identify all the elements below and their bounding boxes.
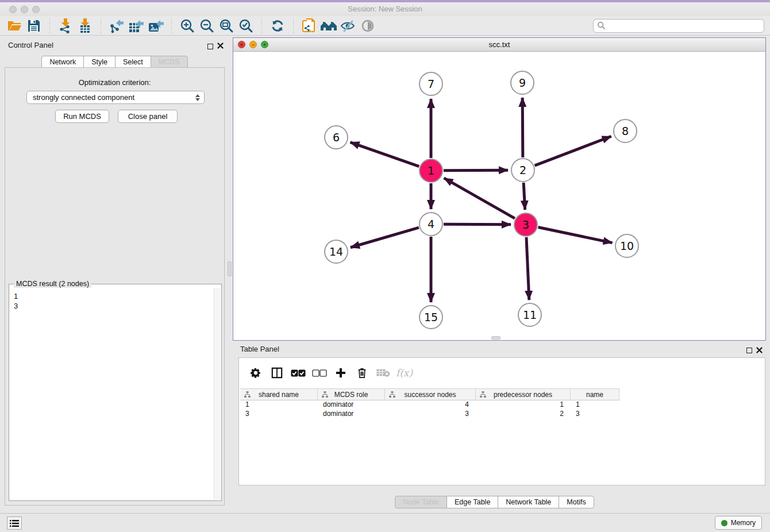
open-session-icon[interactable] — [5, 17, 24, 34]
mcds-result-list[interactable]: 13 — [9, 288, 214, 500]
tab-network[interactable]: Network — [41, 56, 84, 68]
unselect-all-icon[interactable] — [309, 364, 330, 381]
import-table-icon[interactable] — [75, 17, 95, 34]
graph-node-11[interactable]: 11 — [518, 303, 542, 327]
function-builder-icon[interactable]: f(x) — [394, 364, 415, 381]
window-titlebar: Session: New Session — [0, 2, 770, 17]
hide-graphics-details-icon[interactable] — [338, 17, 358, 34]
add-row-icon[interactable] — [330, 364, 351, 381]
table-cell: 1 — [240, 400, 318, 409]
mcds-result-item: 3 — [14, 301, 214, 311]
graph-node-2[interactable]: 2 — [511, 158, 535, 182]
delete-row-icon[interactable] — [351, 364, 372, 381]
zoom-in-icon[interactable] — [178, 17, 197, 34]
graph-node-10[interactable]: 10 — [615, 234, 639, 258]
graph-node-1[interactable]: 1 — [419, 159, 443, 183]
graph-node-6[interactable]: 6 — [324, 125, 348, 149]
graph-node-8[interactable]: 8 — [613, 119, 637, 143]
canvas-hscroll-thumb[interactable] — [491, 336, 500, 340]
graph-edge-3-11[interactable] — [526, 237, 529, 300]
table-header: shared nameMCDS rolesuccessor nodesprede… — [240, 388, 619, 400]
graph-edge-2-8[interactable] — [535, 136, 611, 165]
criterion-select[interactable]: strongly connected component — [26, 91, 205, 104]
tab-network-table[interactable]: Network Table — [498, 496, 559, 508]
graph-edge-2-9[interactable] — [522, 98, 523, 157]
graph-node-4[interactable]: 4 — [419, 212, 443, 236]
network-frame-titlebar[interactable]: × − + scc.txt — [233, 38, 765, 52]
export-table-icon[interactable] — [126, 17, 146, 34]
result-scrollbar[interactable] — [214, 288, 221, 500]
graph-node-15[interactable]: 15 — [419, 305, 443, 329]
show-column-icon[interactable] — [266, 364, 287, 381]
graph-edge-4-14[interactable] — [351, 228, 419, 248]
search-input[interactable] — [606, 20, 764, 32]
close-table-panel-icon[interactable] — [756, 345, 763, 356]
show-graphics-details-icon[interactable] — [358, 17, 378, 34]
graph-edge-3-10[interactable] — [538, 228, 613, 243]
tab-style[interactable]: Style — [83, 56, 116, 68]
search-icon — [597, 21, 606, 30]
table-cell: 3 — [571, 409, 619, 418]
table-settings-icon[interactable] — [245, 364, 266, 381]
tab-motifs[interactable]: Motifs — [559, 496, 594, 508]
graph-node-14[interactable]: 14 — [324, 240, 348, 264]
toolbar-separator — [261, 18, 262, 33]
table-cell: 1 — [571, 400, 619, 409]
home-layout-icon[interactable] — [319, 17, 338, 34]
clone-network-icon[interactable] — [299, 17, 319, 34]
delete-table-icon[interactable] — [372, 364, 394, 381]
control-panel-title: Control Panel — [8, 41, 53, 49]
table-cell: 2 — [476, 409, 571, 418]
column-header-predecessor-nodes[interactable]: predecessor nodes — [476, 389, 571, 400]
zoom-out-icon[interactable] — [197, 17, 217, 34]
tab-edge-table[interactable]: Edge Table — [446, 496, 498, 508]
status-bar: Memory — [0, 513, 770, 532]
refresh-icon[interactable] — [268, 17, 287, 34]
mcds-result-title: MCDS result (2 nodes) — [14, 280, 91, 288]
graph-edge-1-6[interactable] — [351, 142, 419, 167]
tab-select[interactable]: Select — [115, 56, 151, 68]
graph-node-3[interactable]: 3 — [514, 213, 538, 237]
main-toolbar — [0, 16, 770, 36]
float-table-panel-icon[interactable] — [746, 345, 752, 356]
graph-edge-1-2[interactable] — [444, 170, 508, 171]
tab-mcds[interactable]: MCDS — [151, 56, 188, 68]
graph-node-9[interactable]: 9 — [510, 71, 534, 95]
import-network-icon[interactable] — [56, 17, 75, 34]
table-cell: 3 — [385, 409, 476, 418]
column-header-name[interactable]: name — [571, 389, 619, 400]
close-panel-icon[interactable] — [217, 41, 224, 51]
column-header-MCDS-role[interactable]: MCDS role — [318, 389, 385, 400]
criterion-value: strongly connected component — [33, 93, 134, 102]
float-panel-icon[interactable] — [207, 41, 213, 52]
table-row[interactable]: 3dominator323 — [240, 409, 619, 418]
export-network-icon[interactable] — [107, 17, 126, 34]
table-rows: 1dominator4113dominator323 — [240, 400, 619, 418]
column-header-successor-nodes[interactable]: successor nodes — [385, 389, 476, 400]
network-canvas[interactable]: 1234678910111415 — [233, 52, 765, 340]
mcds-panel: Optimization criterion: strongly connect… — [5, 67, 225, 506]
zoom-fit-icon[interactable] — [217, 17, 236, 34]
save-session-icon[interactable] — [24, 17, 44, 34]
graph-edge-4-3[interactable] — [444, 224, 511, 225]
close-panel-button[interactable]: Close panel — [118, 110, 178, 123]
network-view-frame: × − + scc.txt 1234678910111415 — [233, 37, 766, 341]
zoom-selected-icon[interactable] — [236, 17, 256, 34]
column-header-shared-name[interactable]: shared name — [240, 389, 318, 400]
task-history-button[interactable] — [7, 516, 22, 530]
graph-edge-3-1[interactable] — [444, 178, 515, 218]
toolbar-separator — [101, 18, 101, 33]
table-toolbar: f(x) — [245, 363, 415, 383]
export-image-icon[interactable] — [146, 17, 165, 34]
graph-node-7[interactable]: 7 — [419, 72, 443, 96]
select-all-icon[interactable] — [287, 364, 309, 381]
run-mcds-button[interactable]: Run MCDS — [55, 110, 109, 123]
tab-node-table[interactable]: Node Table — [395, 496, 447, 508]
memory-button[interactable]: Memory — [715, 516, 762, 530]
table-row[interactable]: 1dominator411 — [240, 400, 619, 409]
toolbar-separator — [49, 18, 50, 33]
graph-edge-2-3[interactable] — [523, 183, 525, 210]
splitter-handle[interactable] — [228, 261, 232, 276]
search-field[interactable] — [593, 19, 764, 33]
table-panel-title: Table Panel — [240, 345, 279, 353]
